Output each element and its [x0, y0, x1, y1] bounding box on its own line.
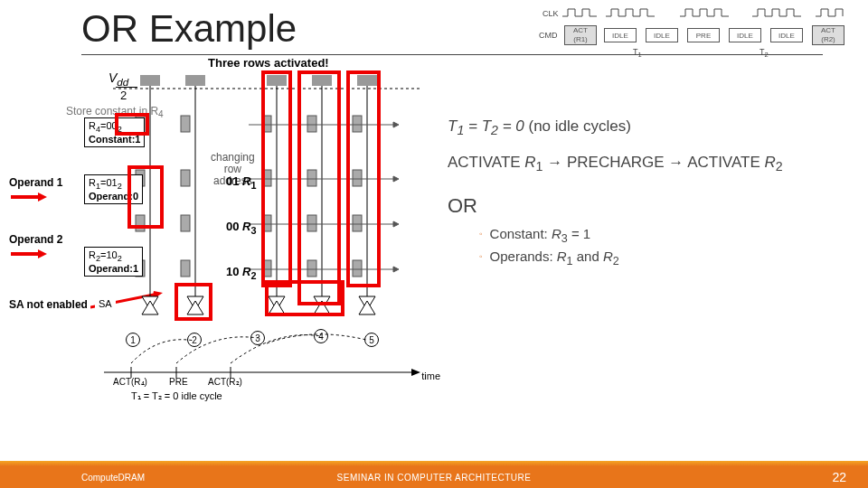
cmd-idle3: IDLE — [729, 28, 761, 42]
svg-rect-33 — [181, 260, 190, 277]
or-heading: OR — [448, 194, 477, 218]
page-number: 22 — [832, 470, 846, 484]
svg-marker-52 — [393, 221, 399, 227]
tl-circle-4: 4 — [314, 329, 328, 343]
svg-rect-7 — [140, 75, 160, 86]
operand2-label: Operand 2 — [9, 233, 62, 246]
r3-addr: 00 R3 — [226, 220, 257, 236]
act-precharge-seq: ACTIVATE R1 → PRECHARGE → ACTIVATE R2 — [448, 154, 783, 174]
bullet-operands: ◦Operands: R1 and R2 — [479, 249, 619, 267]
tl-act-r2: ACT(R₂) — [208, 377, 242, 387]
arrow-right-icon — [11, 190, 47, 201]
r2-addr: 10 R2 — [226, 265, 257, 281]
tl-circle-5: 5 — [364, 333, 379, 347]
sa-not-enabled-label: SA not enabled — [9, 298, 88, 311]
slide-title: OR Example — [81, 7, 297, 51]
bullet-constant: ◦Constant: R3 = 1 — [479, 226, 590, 245]
r1-addr: 01 R1 — [226, 174, 257, 191]
svg-marker-3 — [38, 249, 47, 258]
arrow-right-icon — [11, 247, 47, 258]
svg-marker-48 — [393, 122, 399, 127]
tl-circle-3: 3 — [250, 331, 265, 345]
row-r2-label: R2=102Operand:1 — [84, 247, 143, 277]
svg-marker-54 — [393, 267, 399, 272]
tl-equation: T₁ = T₂ = 0 idle cycle — [131, 390, 222, 402]
red-box-sa — [175, 283, 212, 321]
red-box-sa2 — [265, 280, 344, 316]
clk-label: CLK — [542, 9, 559, 18]
svg-rect-8 — [185, 75, 205, 86]
svg-marker-1 — [38, 192, 47, 202]
red-box-col2 — [297, 70, 341, 305]
svg-marker-56 — [411, 369, 420, 376]
footer-left: ComputeDRAM — [81, 473, 145, 483]
svg-marker-46 — [359, 301, 375, 314]
t2-label: T2 — [760, 47, 769, 59]
cmd-act-r1: ACT(R1) — [564, 25, 597, 45]
tl-pre: PRE — [169, 377, 188, 387]
equation-t1t2: T1 = T2 = 0 (no idle cycles) — [448, 117, 631, 137]
cmd-act-r2: ACT(R2) — [812, 25, 844, 45]
svg-rect-23 — [181, 170, 190, 186]
red-box-op1 — [127, 165, 164, 229]
cmd-idle2: IDLE — [646, 28, 678, 42]
red-box-r4 — [115, 113, 149, 136]
red-box-col1 — [261, 70, 292, 287]
svg-marker-50 — [393, 176, 399, 182]
sa-label: SA — [95, 296, 116, 311]
timeline-diagram: 1 2 3 4 5 ACT(R₄) PRE ACT(R₂) time T₁ = … — [86, 327, 429, 408]
operand1-label: Operand 1 — [9, 176, 62, 189]
tl-circle-1: 1 — [126, 333, 140, 347]
cmd-pre: PRE — [687, 28, 720, 42]
three-rows-label: Three rows activated! — [208, 56, 329, 70]
svg-rect-18 — [181, 116, 190, 132]
t1-label: T1 — [633, 47, 642, 59]
svg-marker-38 — [142, 301, 158, 314]
cmd-idle1: IDLE — [604, 28, 637, 42]
tl-act-r4: ACT(R₄) — [113, 377, 147, 387]
footer-bar: ComputeDRAM SEMINAR IN COMPUTER ARCHITEC… — [0, 466, 868, 488]
clk-wave-icon — [562, 5, 852, 22]
red-box-col3 — [346, 70, 381, 287]
tl-circle-2: 2 — [187, 333, 202, 347]
footer-center: SEMINAR IN COMPUTER ARCHITECTURE — [337, 473, 532, 483]
time-label: time — [421, 371, 440, 381]
cmd-label: CMD — [539, 31, 558, 40]
svg-rect-28 — [181, 215, 190, 231]
timing-diagram: CLK CMD ACT(R1) IDLE IDLE PRE IDLE IDLE … — [542, 5, 859, 58]
cmd-idle4: IDLE — [770, 28, 803, 42]
